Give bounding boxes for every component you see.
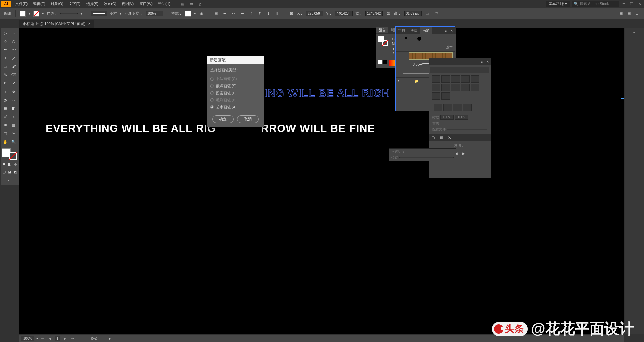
white-swatch-icon[interactable] <box>378 60 382 64</box>
scale-x-input[interactable]: 100% <box>440 115 454 120</box>
props-dropdown[interactable] <box>430 67 489 73</box>
column-graph-tool[interactable]: ▥ <box>10 121 18 129</box>
gpu-icon[interactable]: ⎌ <box>197 1 203 7</box>
chevron-down-icon[interactable]: ▾ <box>42 11 44 16</box>
window-minimize-icon[interactable]: ━ <box>621 2 627 6</box>
position-dropdown[interactable] <box>399 157 454 158</box>
artboard-number[interactable]: 1 <box>55 336 61 341</box>
last-artboard-icon[interactable]: ⇥ <box>70 337 75 340</box>
slice-tool[interactable]: ✂ <box>10 129 18 137</box>
window-close-icon[interactable]: ✕ <box>637 2 643 6</box>
lasso-tool[interactable]: ◌ <box>10 37 18 45</box>
align-icon[interactable] <box>461 84 470 91</box>
h-input[interactable]: 31.09 px <box>404 11 422 16</box>
isolate-icon[interactable]: ⬚ <box>433 11 439 17</box>
shape-props-icon[interactable]: ▭ <box>424 11 430 17</box>
stroke-color-icon[interactable] <box>9 152 17 160</box>
align-hcenter-icon[interactable]: ⇔ <box>230 11 236 17</box>
curvature-tool[interactable]: 〰 <box>10 46 18 54</box>
fill-stroke-control[interactable] <box>1 148 18 161</box>
panel-menu-icon[interactable]: ≡ <box>479 60 485 64</box>
chevron-down-icon[interactable]: ▾ <box>36 337 38 340</box>
stroke-color-icon[interactable] <box>382 40 388 46</box>
menu-file[interactable]: 文件(F) <box>13 0 30 8</box>
workspace-switcher[interactable]: 基本功能 ▾ <box>546 1 570 7</box>
graphic-styles-icon[interactable]: ▦ <box>437 135 446 140</box>
pathfinder-icon[interactable] <box>443 104 452 111</box>
canvas-area[interactable]: ING WILL BE ALL RIGH EVERYTHING WILL BE … <box>19 28 624 334</box>
brush-library-icon[interactable]: ⫶ <box>398 79 399 83</box>
bridge-icon[interactable]: ▦ <box>180 1 185 7</box>
align-vcenter-icon[interactable]: ⇕ <box>257 11 263 17</box>
shape-builder-tool[interactable]: ◔ <box>1 96 9 104</box>
tab-color[interactable]: 颜色 <box>376 27 388 33</box>
align-icon[interactable] <box>441 84 450 91</box>
arrange-icon[interactable]: ▭ <box>189 1 194 7</box>
align-icon[interactable] <box>471 75 479 83</box>
scale-y-input[interactable]: 100% <box>455 115 469 120</box>
mesh-tool[interactable]: ▦ <box>1 104 9 112</box>
blend-tool[interactable]: ⟐ <box>10 113 18 121</box>
screen-mode-button[interactable]: ▭ <box>1 176 18 184</box>
direct-selection-tool[interactable]: ▹ <box>10 29 18 37</box>
rotate-tool[interactable]: ⟳ <box>1 79 9 87</box>
align-icon[interactable] <box>432 75 440 83</box>
recolor-icon[interactable]: ◉ <box>199 11 205 17</box>
opacity-input[interactable]: 100% <box>146 11 163 16</box>
prev-artboard-icon[interactable]: ◀ <box>47 337 53 340</box>
artwork-text-fill-right[interactable]: RROW WILL BE FINE <box>261 122 375 135</box>
doc-setup-icon[interactable]: ▦ <box>618 11 624 17</box>
chevron-down-icon[interactable]: ▾ <box>194 11 196 16</box>
pathfinder-icon[interactable] <box>434 104 442 111</box>
align-icon[interactable] <box>451 84 460 91</box>
menu-select[interactable]: 选择(S) <box>84 0 101 8</box>
tab-paragraph[interactable]: 段落 <box>408 27 420 34</box>
eyedropper-tool[interactable]: ✐ <box>1 113 9 121</box>
stroke-swatch[interactable] <box>33 11 39 17</box>
transform-ref-icon[interactable]: ⊞ <box>288 11 294 17</box>
chevron-down-icon[interactable]: ▾ <box>29 11 31 16</box>
align-icon[interactable]: ▤ <box>213 11 219 17</box>
stroke-weight-input[interactable] <box>60 13 78 14</box>
fx-icon[interactable]: fx. <box>446 135 453 140</box>
align-left-icon[interactable]: ⇤ <box>222 11 228 17</box>
fill-swatch[interactable] <box>20 11 26 17</box>
stock-search[interactable]: 🔍 搜索 Adobe Stock <box>572 1 619 7</box>
radio-art[interactable]: 艺术画笔 (A) <box>210 104 261 111</box>
menu-window[interactable]: 窗口(W) <box>137 0 155 8</box>
scale-tool[interactable]: ⤢ <box>10 79 18 87</box>
radio-scatter[interactable]: 散点画笔 (S) <box>210 82 261 90</box>
close-icon[interactable]: × <box>449 29 455 33</box>
align-top-icon[interactable]: ⤒ <box>248 11 254 17</box>
gradient-mode-icon[interactable]: ◧ <box>7 161 12 167</box>
panel-menu-icon[interactable]: ≡ <box>634 11 640 17</box>
close-icon[interactable]: × <box>485 60 491 64</box>
link-wh-icon[interactable]: ⛓ <box>385 11 391 17</box>
tab-brushes[interactable]: 画笔 <box>420 27 432 34</box>
profile-dropdown[interactable] <box>447 129 487 130</box>
panel-menu-icon[interactable]: ≡ <box>443 29 449 33</box>
artwork-text-fill-left[interactable]: EVERYTHING WILL BE ALL RIG <box>46 122 216 135</box>
window-restore-icon[interactable]: ❐ <box>629 2 635 6</box>
radio-pattern[interactable]: 图案画笔 (P) <box>210 90 261 97</box>
align-icon[interactable] <box>432 84 440 91</box>
line-tool[interactable]: ／ <box>10 54 18 62</box>
free-transform-tool[interactable]: ✥ <box>10 88 18 96</box>
menu-type[interactable]: 文字(T) <box>66 0 84 8</box>
pathfinder-icon[interactable] <box>453 104 462 111</box>
cancel-button[interactable]: 取消 <box>237 115 259 123</box>
artwork-text-outline[interactable]: ING WILL BE ALL RIGH <box>264 87 390 99</box>
next-icon[interactable]: ▶ <box>462 152 465 155</box>
style-swatch[interactable] <box>185 11 191 17</box>
appearance-footer-icon[interactable]: ▢ <box>429 135 437 140</box>
menu-effect[interactable]: 效果(C) <box>101 0 119 8</box>
brush-preview[interactable] <box>91 11 107 16</box>
pen-tool[interactable]: ✒ <box>1 46 9 54</box>
eraser-tool[interactable]: ⌫ <box>10 71 18 79</box>
shaper-tool[interactable]: ✎ <box>1 71 9 79</box>
first-artboard-icon[interactable]: ⇤ <box>40 337 45 340</box>
edge-handle[interactable] <box>621 89 624 99</box>
draw-normal-icon[interactable]: ▢ <box>1 168 7 176</box>
chevron-down-icon[interactable]: ▾ <box>120 11 122 16</box>
x-input[interactable]: 278.056 <box>306 11 323 16</box>
